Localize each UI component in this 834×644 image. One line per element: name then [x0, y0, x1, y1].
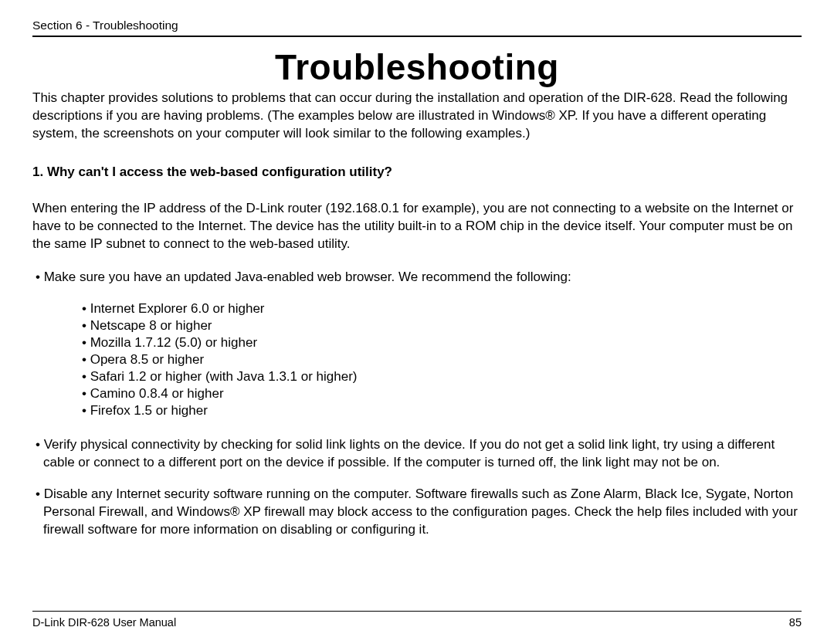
bullet-browser: Make sure you have an updated Java-enabl… — [32, 269, 802, 286]
page-footer: D-Link DIR-628 User Manual 85 — [32, 611, 802, 629]
list-item: Mozilla 1.7.12 (5.0) or higher — [90, 334, 802, 351]
bullet-connectivity: Verify physical connectivity by checking… — [32, 436, 802, 472]
list-item: Firefox 1.5 or higher — [90, 402, 802, 419]
faq-question-1: 1. Why can't I access the web-based conf… — [32, 164, 802, 180]
list-item: Camino 0.8.4 or higher — [90, 385, 802, 402]
page-title: Troubleshooting — [32, 46, 802, 88]
page-header: Section 6 - Troubleshooting — [32, 19, 802, 37]
list-item: Opera 8.5 or higher — [90, 351, 802, 368]
intro-paragraph: This chapter provides solutions to probl… — [32, 90, 802, 143]
bullet-firewall: Disable any Internet security software r… — [32, 486, 802, 539]
list-item: Netscape 8 or higher — [90, 317, 802, 334]
footer-page-number: 85 — [789, 616, 802, 629]
section-label: Section 6 - Troubleshooting — [32, 19, 178, 32]
footer-manual-name: D-Link DIR-628 User Manual — [32, 616, 176, 629]
list-item: Internet Explorer 6.0 or higher — [90, 300, 802, 317]
faq-answer-1: When entering the IP address of the D-Li… — [32, 200, 802, 253]
list-item: Safari 1.2 or higher (with Java 1.3.1 or… — [90, 368, 802, 385]
browser-list: Internet Explorer 6.0 or higher Netscape… — [32, 300, 802, 420]
